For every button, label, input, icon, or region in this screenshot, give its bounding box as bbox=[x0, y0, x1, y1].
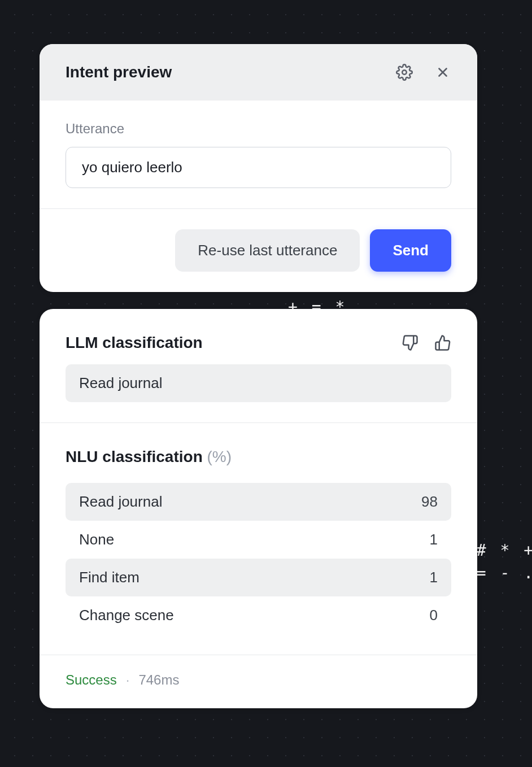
nlu-row: None 1 bbox=[66, 521, 451, 559]
nlu-row-value: 1 bbox=[430, 531, 438, 548]
llm-result-label: Read journal bbox=[79, 374, 162, 392]
utterance-label: Utterance bbox=[66, 121, 451, 137]
thumbs-down-icon[interactable] bbox=[402, 334, 418, 351]
nlu-row-label: Change scene bbox=[79, 607, 174, 624]
nlu-title: NLU classification bbox=[66, 448, 203, 465]
input-card: Intent preview Utterance bbox=[40, 44, 477, 292]
send-button[interactable]: Send bbox=[370, 229, 451, 272]
nlu-row: Change scene 0 bbox=[66, 596, 451, 634]
intent-preview-modal: Intent preview Utterance bbox=[40, 44, 477, 708]
utterance-section: Utterance bbox=[40, 101, 477, 209]
nlu-row-value: 98 bbox=[421, 493, 438, 511]
llm-title-row: LLM classification bbox=[66, 334, 451, 352]
llm-result: Read journal bbox=[66, 364, 451, 402]
reuse-button[interactable]: Re-use last utterance bbox=[175, 229, 360, 272]
nlu-section: NLU classification (%) Read journal 98 N… bbox=[40, 423, 477, 655]
thumbs-up-icon[interactable] bbox=[434, 334, 451, 351]
card-title: Intent preview bbox=[66, 63, 172, 81]
nlu-row-label: Find item bbox=[79, 569, 139, 586]
close-icon[interactable] bbox=[434, 64, 451, 81]
gear-icon[interactable] bbox=[396, 64, 413, 81]
nlu-row-value: 1 bbox=[430, 569, 438, 586]
feedback-icons bbox=[402, 334, 451, 351]
llm-section: LLM classification Read journal bbox=[40, 309, 477, 423]
nlu-row-label: Read journal bbox=[79, 493, 162, 511]
response-time: 746ms bbox=[138, 672, 179, 688]
utterance-input[interactable] bbox=[82, 159, 435, 176]
footer-status: Success · 746ms bbox=[40, 655, 477, 708]
nlu-results-list: Read journal 98 None 1 Find item 1 Chang… bbox=[66, 483, 451, 634]
action-bar: Re-use last utterance Send bbox=[40, 209, 477, 292]
nlu-row-label: None bbox=[79, 531, 114, 548]
nlu-suffix: (%) bbox=[207, 448, 232, 465]
card-header: Intent preview bbox=[40, 44, 477, 101]
header-actions bbox=[396, 64, 451, 81]
nlu-row: Read journal 98 bbox=[66, 483, 451, 521]
results-card: LLM classification Read journal bbox=[40, 309, 477, 708]
nlu-row-value: 0 bbox=[430, 607, 438, 624]
svg-point-0 bbox=[402, 70, 407, 75]
nlu-row: Find item 1 bbox=[66, 559, 451, 596]
separator-dot: · bbox=[126, 672, 130, 688]
status-badge: Success bbox=[66, 672, 117, 688]
utterance-input-wrapper bbox=[66, 147, 451, 188]
llm-title: LLM classification bbox=[66, 334, 203, 352]
nlu-title-wrapper: NLU classification (%) bbox=[66, 448, 451, 466]
